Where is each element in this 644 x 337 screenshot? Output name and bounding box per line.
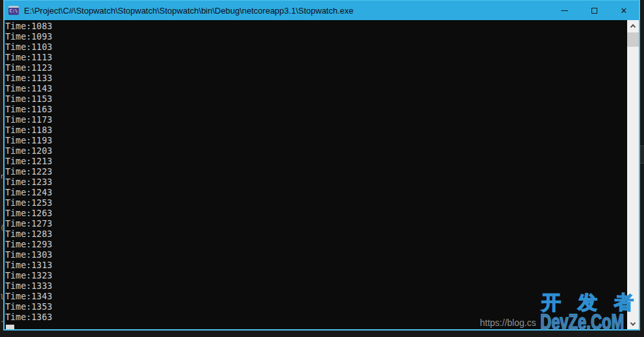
desktop: { "colors": { "desktop_bg": "#191919", "… bbox=[0, 0, 644, 337]
maximize-icon bbox=[591, 8, 597, 14]
minimize-button[interactable] bbox=[549, 1, 579, 20]
console-line: Time:1153 bbox=[5, 94, 53, 105]
background-window-band bbox=[640, 145, 644, 164]
scroll-up-button[interactable] bbox=[627, 20, 639, 31]
titlebar[interactable]: C:\ E:\Project\C#\Stopwatch\Stopwatch\St… bbox=[5, 1, 639, 20]
console-line: Time:1333 bbox=[5, 281, 53, 292]
console-line: Time:1323 bbox=[5, 271, 53, 281]
window-controls: ✕ bbox=[549, 1, 639, 20]
watermark-brand: DevZe.CoM bbox=[540, 310, 624, 334]
console-line: Time:1183 bbox=[5, 125, 53, 136]
console-line: Time:1113 bbox=[5, 53, 53, 63]
watermark-url: https://blog.cs bbox=[480, 318, 536, 328]
console-line: Time:1263 bbox=[5, 208, 53, 219]
console-line: Time:1283 bbox=[5, 229, 53, 240]
console-line: Time:1253 bbox=[5, 198, 53, 208]
window-title: E:\Project\C#\Stopwatch\Stopwatch\Stopwa… bbox=[24, 6, 353, 16]
console-line: Time:1203 bbox=[5, 146, 53, 156]
console-line: Time:1083 bbox=[5, 21, 53, 32]
console-line: Time:1133 bbox=[5, 73, 53, 84]
scrollbar[interactable] bbox=[627, 20, 639, 329]
chevron-down-icon bbox=[630, 320, 636, 325]
console-line: Time:1243 bbox=[5, 188, 53, 198]
cmd-icon-label: C:\ bbox=[10, 9, 18, 14]
console-window: C:\ E:\Project\C#\Stopwatch\Stopwatch\St… bbox=[3, 0, 640, 331]
console-line: Time:1143 bbox=[5, 84, 53, 94]
console-line: Time:1343 bbox=[5, 292, 53, 302]
console-line: Time:1303 bbox=[5, 250, 53, 260]
close-button[interactable]: ✕ bbox=[609, 1, 639, 20]
console-viewport: Time:1083Time:1093Time:1103Time:1113Time… bbox=[5, 20, 639, 329]
cmd-icon[interactable]: C:\ bbox=[8, 6, 19, 15]
console-line: Time:1123 bbox=[5, 63, 53, 73]
console-line: Time:1103 bbox=[5, 42, 53, 53]
console-line: Time:1193 bbox=[5, 136, 53, 146]
scroll-down-button[interactable] bbox=[627, 318, 639, 329]
maximize-button[interactable] bbox=[579, 1, 609, 20]
console-cursor bbox=[6, 325, 14, 329]
console-line: Time:1313 bbox=[5, 260, 53, 271]
console-output: Time:1083Time:1093Time:1103Time:1113Time… bbox=[5, 21, 53, 323]
console-line: Time:1223 bbox=[5, 167, 53, 177]
console-line: Time:1213 bbox=[5, 156, 53, 167]
console-line: Time:1163 bbox=[5, 105, 53, 115]
minimize-icon bbox=[561, 10, 568, 11]
console-line: Time:1173 bbox=[5, 115, 53, 125]
console-line: Time:1293 bbox=[5, 240, 53, 250]
scrollbar-thumb[interactable] bbox=[627, 32, 639, 47]
console-line: Time:1093 bbox=[5, 32, 53, 42]
console-line: Time:1363 bbox=[5, 312, 53, 323]
console-line: Time:1233 bbox=[5, 177, 53, 188]
close-icon: ✕ bbox=[621, 6, 628, 15]
console-line: Time:1353 bbox=[5, 302, 53, 312]
chevron-up-icon bbox=[630, 24, 636, 29]
console-line: Time:1273 bbox=[5, 219, 53, 229]
